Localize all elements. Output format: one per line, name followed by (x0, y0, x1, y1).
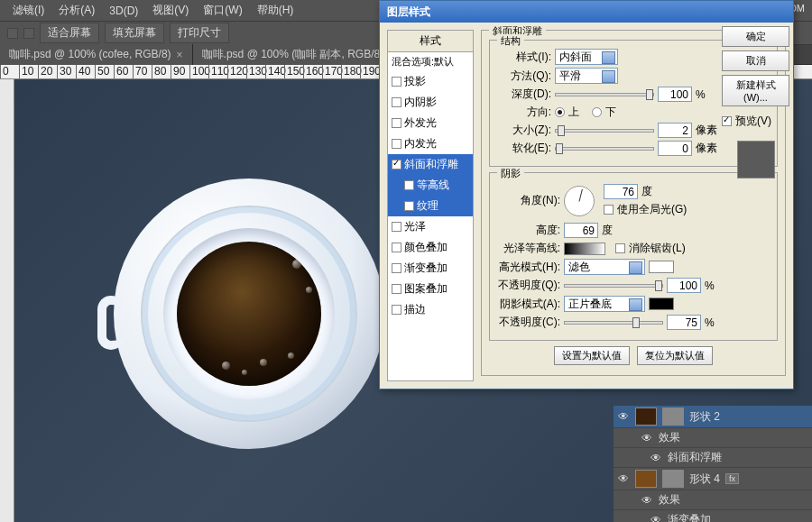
angle-dial[interactable] (564, 186, 595, 216)
layer-effects-row[interactable]: 👁效果 (614, 490, 812, 510)
unit-px: 像素 (696, 123, 717, 138)
menu-help[interactable]: 帮助(H) (252, 1, 300, 20)
style-checkbox[interactable] (392, 263, 401, 273)
size-slider[interactable] (555, 129, 654, 133)
style-item[interactable]: 内阴影 (388, 92, 473, 113)
style-item[interactable]: 内发光 (388, 133, 473, 154)
styles-header[interactable]: 样式 (388, 31, 473, 52)
style-checkbox[interactable] (392, 284, 401, 294)
highlight-color-swatch[interactable] (649, 261, 674, 273)
set-default-button[interactable]: 设置为默认值 (554, 346, 630, 365)
fit-screen-button[interactable]: 适合屏幕 (40, 23, 99, 43)
unit-percent: % (696, 88, 706, 101)
highlight-opacity-input[interactable] (667, 278, 701, 293)
highlight-mode-dropdown[interactable]: 滤色 (564, 259, 645, 275)
depth-input[interactable] (658, 87, 692, 102)
ok-button[interactable]: 确定 (722, 26, 789, 47)
layer-row[interactable]: 👁形状 2 (614, 406, 812, 428)
style-item[interactable]: 等高线 (388, 175, 473, 196)
soften-slider[interactable] (555, 147, 654, 151)
unit-deg: 度 (641, 184, 652, 199)
menu-window[interactable]: 窗口(W) (198, 1, 247, 20)
menu-filter[interactable]: 滤镜(I) (7, 1, 50, 20)
mask-thumb (662, 408, 684, 426)
visibility-icon[interactable]: 👁 (641, 494, 653, 507)
style-checkbox[interactable] (404, 201, 414, 211)
style-checkbox[interactable] (392, 160, 401, 169)
style-checkbox[interactable] (392, 305, 401, 315)
menu-analysis[interactable]: 分析(A) (53, 1, 100, 20)
menu-view[interactable]: 视图(V) (147, 1, 194, 20)
depth-slider[interactable] (555, 93, 654, 96)
gloss-contour-picker[interactable] (564, 243, 605, 255)
shadow-mode-dropdown[interactable]: 正片叠底 (564, 296, 645, 312)
layer-effects-row[interactable]: 👁效果 (614, 428, 812, 448)
style-item[interactable]: 斜面和浮雕 (388, 154, 473, 175)
style-item[interactable]: 图案叠加 (388, 279, 473, 299)
style-checkbox[interactable] (392, 118, 401, 128)
shadow-opacity-input[interactable] (667, 315, 701, 330)
style-item[interactable]: 颜色叠加 (388, 237, 473, 258)
style-checkbox[interactable] (392, 97, 401, 107)
document-tab[interactable]: 咖啡.psd @ 100% (咖啡 副本, RGB/8)× (193, 44, 406, 65)
close-icon[interactable]: × (177, 49, 183, 61)
visibility-icon[interactable]: 👁 (641, 432, 653, 444)
shading-group: 阴影 角度(N):度使用全局光(G) 高度:度 光泽等高线: 消除锯齿(L) 高… (489, 172, 778, 341)
direction-up-radio[interactable] (555, 107, 565, 117)
visibility-icon[interactable]: 👁 (650, 514, 662, 523)
style-checkbox[interactable] (392, 139, 401, 149)
style-item[interactable]: 纹理 (388, 196, 473, 216)
zoom-tool-icon[interactable] (7, 28, 18, 39)
shadow-opacity-slider[interactable] (564, 321, 663, 325)
bubble (260, 359, 267, 366)
shadow-color-swatch[interactable] (649, 298, 674, 310)
style-checkbox[interactable] (392, 77, 401, 87)
altitude-input[interactable] (564, 223, 598, 238)
reset-default-button[interactable]: 复位为默认值 (637, 346, 713, 365)
style-item[interactable]: 描边 (388, 299, 473, 320)
direction-down-radio[interactable] (592, 107, 602, 117)
tab-label: 咖啡.psd @ 100% (咖啡 副本, RGB/8) (202, 47, 384, 62)
size-input[interactable] (658, 123, 692, 138)
soften-label: 软化(E): (497, 141, 551, 156)
antialias-checkbox[interactable] (615, 243, 625, 253)
shadow-opacity-label: 不透明度(C): (497, 315, 560, 330)
style-item[interactable]: 渐变叠加 (388, 258, 473, 279)
visibility-icon[interactable]: 👁 (617, 410, 630, 423)
style-checkbox[interactable] (392, 222, 401, 232)
style-item-label: 内发光 (404, 136, 437, 151)
visibility-icon[interactable]: 👁 (617, 472, 630, 485)
style-checkbox[interactable] (404, 180, 414, 190)
dialog-buttons: 确定 取消 新建样式(W)... 预览(V) (722, 26, 789, 184)
preview-checkbox[interactable] (722, 116, 732, 126)
style-item[interactable]: 光泽 (388, 216, 473, 237)
method-dropdown[interactable]: 平滑 (555, 68, 618, 84)
blending-options-item[interactable]: 混合选项:默认 (388, 52, 473, 71)
new-style-button[interactable]: 新建样式(W)... (722, 75, 789, 106)
layer-thumb (635, 470, 657, 488)
cancel-button[interactable]: 取消 (722, 50, 789, 71)
highlight-opacity-slider[interactable] (564, 284, 663, 288)
menu-3d[interactable]: 3D(D) (104, 3, 143, 19)
layer-effect-item[interactable]: 👁渐变叠加 (614, 510, 812, 522)
fill-screen-button[interactable]: 填充屏幕 (105, 23, 164, 43)
tool-preset-dropdown[interactable] (23, 28, 34, 39)
print-size-button[interactable]: 打印尺寸 (170, 23, 229, 43)
layer-effect-item[interactable]: 👁斜面和浮雕 (614, 448, 812, 468)
style-item-label: 颜色叠加 (404, 240, 448, 255)
dialog-titlebar[interactable]: 图层样式 (380, 1, 793, 23)
soften-input[interactable] (658, 141, 692, 156)
style-item[interactable]: 投影 (388, 71, 473, 92)
style-checkbox[interactable] (392, 243, 401, 252)
style-item[interactable]: 外发光 (388, 113, 473, 133)
saucer (114, 179, 384, 449)
visibility-icon[interactable]: 👁 (650, 452, 662, 464)
style-dropdown[interactable]: 内斜面 (555, 49, 618, 65)
altitude-label: 高度: (497, 223, 560, 238)
fx-badge[interactable]: fx (725, 473, 739, 484)
layers-panel: 👁形状 2 👁效果 👁斜面和浮雕 👁形状 4fx 👁效果 👁渐变叠加 👁月牙 (614, 406, 812, 522)
layer-row[interactable]: 👁形状 4fx (614, 468, 812, 490)
angle-input[interactable] (604, 184, 638, 199)
document-tab[interactable]: 咖啡.psd @ 100% (cofee, RGB/8)× (0, 44, 193, 65)
global-light-checkbox[interactable] (604, 205, 614, 215)
